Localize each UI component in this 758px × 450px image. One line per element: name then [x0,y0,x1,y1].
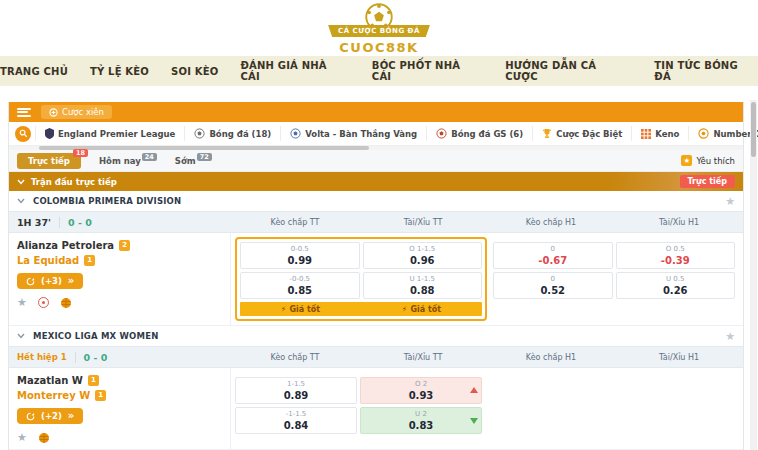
tab-bar: Trực tiếp 18 Hôm nay24 Sớm72 ★ Yêu thích [9,150,743,172]
logo[interactable]: CÁ CƯỢC BÓNG ĐÁ CUOC88K [328,2,430,55]
odds-value: 0.89 [236,389,356,402]
home-team[interactable]: Mazatlan W 1 [17,375,222,386]
col-ou-h1: Tài/Xỉu H1 [615,347,743,367]
odds-cell-ou-h1-over[interactable]: O 0.5 -0.39 [616,242,736,269]
match-time: 1H 37' [17,217,51,228]
horizontal-scrollbar-thumb[interactable] [39,146,369,150]
nav-football-news[interactable]: TIN TỨC BÓNG ĐÁ [654,60,758,82]
odds-column-headers: Kèo chấp TT Tài/Xỉu TT Kèo chấp H1 Tài/X… [231,347,743,367]
logo-ribbon: CÁ CƯỢC BÓNG ĐÁ [328,25,430,37]
odds-cell-hc-ft-bottom[interactable]: -0-0.5 0.85 [240,272,360,299]
filter-volta[interactable]: Volta - Bàn Thắng Vàng [280,126,426,141]
odds-value: 0.99 [241,254,359,267]
betting-widget: Cược xiên England Premier League Bóng đá… [8,102,744,450]
odds-line: O 0.5 [617,245,735,254]
refresh-icon [26,277,35,286]
filter-number-game[interactable]: Number Game [688,126,758,141]
nav-betting-guide[interactable]: HƯỚNG DẪN CÁ CƯỢC [505,60,632,82]
filter-label: Keno [655,129,679,139]
home-team-badge: 2 [119,240,130,251]
match-time-score: 1H 37' 0 - 0 [9,212,231,232]
match-score: 0 - 0 [59,217,92,228]
best-price-label: Giá tốt [410,305,441,314]
match-row: Alianza Petrolera 2 La Equidad 1 (+3) » [9,233,743,326]
odds-line: 0 [494,275,612,284]
search-button[interactable] [15,126,31,142]
chevron-down-icon[interactable] [17,179,25,185]
parlay-button[interactable]: Cược xiên [41,105,112,119]
col-ou-ft: Tài/Xỉu TT [359,212,487,232]
odds-cell-hc-ft-top[interactable]: 1-1.5 0.89 [235,377,357,404]
favorites-button[interactable]: ★ Yêu thích [681,155,735,166]
league-header[interactable]: COLOMBIA PRIMERA DIVISION ★ [9,191,743,212]
away-team-name: Monterrey W [17,390,90,401]
tab-today-label: Hôm nay [99,156,141,166]
chevron-down-icon[interactable] [17,198,25,204]
more-markets-button[interactable]: (+2) » [17,408,83,424]
menu-icon[interactable] [17,108,31,117]
tab-live-badge: 18 [73,149,88,157]
live-filter-button[interactable]: Trực tiếp [680,175,735,188]
odds-line: 0 [494,245,612,254]
favorite-star-icon[interactable]: ★ [17,296,27,309]
league-header[interactable]: MEXICO LIGA MX WOMEN ★ [9,326,743,347]
live-stream-icon[interactable] [38,297,49,308]
bolt-icon: ⚡ [281,305,287,314]
league-favorite-star-icon[interactable]: ★ [725,195,735,208]
nav-bookmaker-review[interactable]: ĐÁNH GIÁ NHÀ CÁI [240,60,349,82]
odds-cell-ou-h1-under[interactable]: U 0.5 0.26 [616,272,736,299]
tab-early-label: Sớm [175,156,196,166]
favorite-star-icon[interactable]: ★ [17,431,27,444]
nav-home[interactable]: TRANG CHỦ [0,66,68,77]
best-price-highlight: 0-0.5 0.99 O 1-1.5 0.96 -0-0.5 0.85 U [235,237,487,321]
league-name: COLOMBIA PRIMERA DIVISION [33,196,181,206]
nav-bookmaker-expose[interactable]: BÓC PHỐT NHÀ CÁI [372,60,483,82]
vertical-scrollbar[interactable] [750,100,757,450]
spacer [0,86,758,102]
chevron-down-icon[interactable] [17,333,25,339]
odds-cell-ou-ft-under[interactable]: U 2 0.83 [360,407,482,434]
football-icon [194,128,205,139]
odds-cell-hc-ft-bottom[interactable]: -1-1.5 0.84 [235,407,357,434]
odds-value: 0.84 [236,419,356,432]
teams-column: Alianza Petrolera 2 La Equidad 1 (+3) » [9,233,231,325]
tab-live[interactable]: Trực tiếp 18 [17,153,81,169]
odds-cell-ou-ft-over[interactable]: O 1-1.5 0.96 [363,242,483,269]
tab-early[interactable]: Sớm72 [175,156,212,166]
filter-epl[interactable]: England Premier League [35,126,184,141]
odds-cell-ou-ft-under[interactable]: U 1-1.5 0.88 [363,272,483,299]
tab-today[interactable]: Hôm nay24 [99,156,157,166]
home-team[interactable]: Alianza Petrolera 2 [17,240,222,251]
away-team[interactable]: La Equidad 1 [17,255,222,266]
filter-football-gs[interactable]: Bóng đá GS (6) [426,126,532,141]
filter-label: Cược Đặc Biệt [556,129,622,139]
brand-name: CUOC88K [339,40,418,55]
nav-tips[interactable]: SOI KÈO [171,66,218,77]
search-icon [19,129,28,138]
widget-toolbar: Cược xiên [9,102,743,122]
vertical-scrollbar-thumb[interactable] [751,102,756,157]
col-handicap-h1: Kèo chấp H1 [487,212,615,232]
more-markets-count: (+2) [41,411,62,421]
odds-line: 1-1.5 [236,380,356,389]
league-name: MEXICO LIGA MX WOMEN [33,331,158,341]
odds-value: 0.88 [364,284,482,297]
odds-cell-ou-ft-over[interactable]: O 2 0.93 [360,377,482,404]
odds-cell-hc-h1-top[interactable]: 0 -0.67 [493,242,613,269]
filter-keno[interactable]: Keno [631,126,688,141]
nav-odds[interactable]: TỶ LỆ KÈO [90,66,149,77]
odds-cell-hc-ft-top[interactable]: 0-0.5 0.99 [240,242,360,269]
ball-stats-icon[interactable] [38,432,50,444]
tab-live-label: Trực tiếp [28,156,70,166]
filter-special-bets[interactable]: Cược Đặc Biệt [532,126,631,141]
horizontal-scrollbar[interactable] [9,146,743,150]
league-favorite-star-icon[interactable]: ★ [725,330,735,343]
odds-value: -0.39 [617,254,735,267]
odds-cell-hc-h1-bottom[interactable]: 0 0.52 [493,272,613,299]
away-team[interactable]: Monterrey W 1 [17,390,222,401]
more-markets-button[interactable]: (+3) » [17,273,83,289]
filter-football[interactable]: Bóng đá (18) [184,126,280,141]
ball-stats-icon[interactable] [60,297,72,309]
away-team-badge: 1 [95,390,106,401]
volta-ball-icon [290,128,301,139]
